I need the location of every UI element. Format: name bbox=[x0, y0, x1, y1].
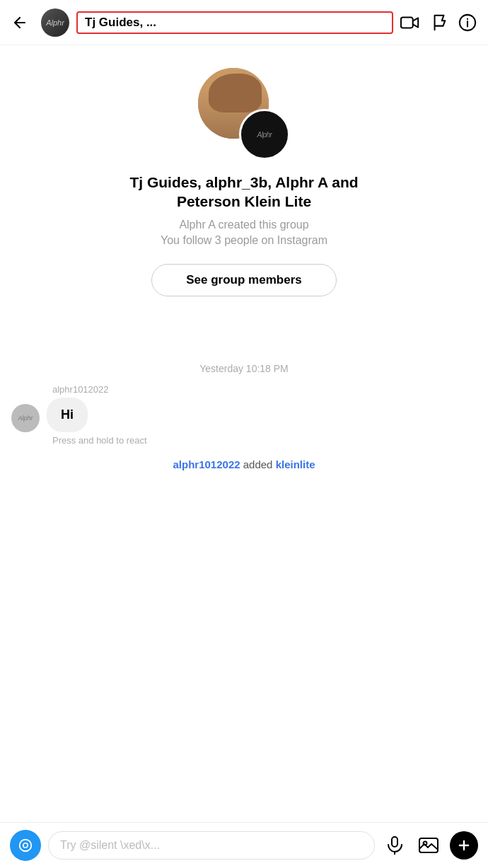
input-placeholder: Try @silent \xed\x... bbox=[60, 839, 160, 852]
message-sender-label: alphr1012022 bbox=[52, 384, 477, 395]
flag-button[interactable] bbox=[431, 14, 447, 31]
message-input[interactable]: Try @silent \xed\x... bbox=[48, 831, 375, 860]
system-user2[interactable]: kleinlite bbox=[276, 458, 315, 470]
system-added-text: added bbox=[240, 458, 276, 470]
see-group-members-button[interactable]: See group members bbox=[151, 264, 336, 296]
header-avatar[interactable]: Alphr bbox=[41, 8, 69, 37]
profile-name: Tj Guides, alphr_3b, Alphr A and Peterso… bbox=[103, 173, 385, 212]
profile-sub1: Alphr A created this group bbox=[179, 219, 308, 231]
profile-sub2: You follow 3 people on Instagram bbox=[161, 234, 327, 247]
svg-rect-0 bbox=[401, 17, 413, 28]
more-options-button[interactable] bbox=[450, 831, 478, 860]
system-user1[interactable]: alphr1012022 bbox=[173, 458, 240, 470]
chat-area: Yesterday 10:18 PM alphr1012022 Alphr Hi… bbox=[0, 313, 488, 538]
camera-button[interactable] bbox=[10, 830, 41, 861]
header-title: Tj Guides, ... bbox=[85, 16, 156, 29]
profile-avatar-container: Alphr bbox=[198, 68, 290, 160]
profile-avatar-secondary: Alphr bbox=[239, 109, 290, 160]
svg-rect-5 bbox=[392, 837, 397, 847]
message-avatar: Alphr bbox=[11, 404, 40, 432]
message-timestamp: Yesterday 10:18 PM bbox=[11, 363, 477, 374]
press-hold-hint: Press and hold to react bbox=[52, 435, 477, 446]
back-button[interactable] bbox=[11, 14, 34, 31]
system-message: alphr1012022 added kleinlite bbox=[11, 458, 477, 470]
svg-point-2 bbox=[467, 18, 468, 19]
header-title-container[interactable]: Tj Guides, ... bbox=[76, 11, 393, 34]
header: Alphr Tj Guides, ... bbox=[0, 0, 488, 45]
message-row: Alphr Hi bbox=[11, 398, 477, 432]
info-button[interactable] bbox=[458, 13, 477, 32]
svg-point-3 bbox=[20, 840, 32, 852]
profile-section: Alphr Tj Guides, alphr_3b, Alphr A and P… bbox=[0, 45, 488, 313]
microphone-button[interactable] bbox=[382, 833, 407, 858]
svg-point-4 bbox=[23, 843, 28, 847]
video-call-button[interactable] bbox=[400, 15, 420, 30]
image-button[interactable] bbox=[414, 831, 443, 860]
header-icons bbox=[400, 13, 477, 32]
message-bubble[interactable]: Hi bbox=[47, 398, 88, 432]
input-bar: Try @silent \xed\x... bbox=[0, 822, 488, 868]
